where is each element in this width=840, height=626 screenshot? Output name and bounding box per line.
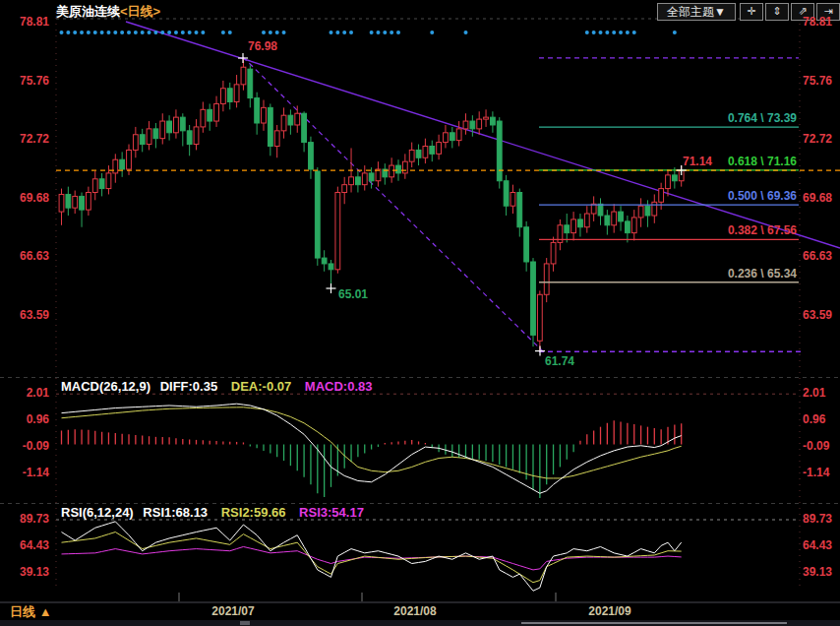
candle xyxy=(113,159,118,173)
frame-layer xyxy=(0,378,840,626)
candle xyxy=(180,117,185,131)
candle xyxy=(255,98,260,123)
price-annotation: 65.01 xyxy=(338,287,368,301)
rsi2-value: RSI2:59.66 xyxy=(221,505,286,520)
price-axis-label-right: 72.72 xyxy=(803,133,840,146)
macd-diff-value: DIFF:0.35 xyxy=(160,379,218,394)
fib-levels-layer xyxy=(539,58,805,351)
period-label: 日线 xyxy=(10,604,35,619)
rsi-title: RSI(6,12,24) xyxy=(61,505,134,520)
macd-dea-value: DEA:-0.07 xyxy=(231,379,291,394)
candle xyxy=(369,173,374,181)
axis-scale-button[interactable]: ⇕ xyxy=(765,3,789,21)
candle xyxy=(309,143,314,169)
theme-dropdown-label: 全部主题 xyxy=(667,5,714,19)
candle xyxy=(491,117,496,125)
scrollbar-marker xyxy=(240,621,250,625)
rsi-axis-label-right: 64.43 xyxy=(803,539,840,552)
candle xyxy=(234,85,239,102)
candle xyxy=(268,107,272,146)
candle xyxy=(99,179,104,189)
rsi-panel-layer xyxy=(62,522,682,591)
candle xyxy=(666,175,671,189)
candle xyxy=(241,67,246,85)
candle xyxy=(174,117,179,133)
rsi-axis-label-right: 39.13 xyxy=(803,566,840,579)
candle xyxy=(423,147,428,158)
candle xyxy=(73,196,78,208)
candle xyxy=(598,204,603,216)
axis-scale-icon: ⇕ xyxy=(772,5,781,17)
candle xyxy=(153,129,158,139)
candle xyxy=(517,192,522,226)
candle xyxy=(652,202,657,216)
pan-tool-icon: ✛ xyxy=(747,5,755,17)
rsi3-value: RSI3:54.17 xyxy=(299,505,364,520)
candle xyxy=(551,242,556,264)
rsi1-value: RSI1:68.13 xyxy=(143,505,208,520)
trading-app-window: 美原油连续<日线> 全部主题▼ ✛ ⇕ ⇗ ⇥ MACD(26,12,9) DI… xyxy=(0,0,840,626)
price-axis-label-right: 69.68 xyxy=(803,192,840,205)
rsi-axis-label-left: 64.43 xyxy=(2,539,49,552)
macd-axis-label-right: 0.96 xyxy=(803,413,840,426)
candle xyxy=(638,206,643,218)
rsi-axis-label-right: 89.73 xyxy=(803,513,840,526)
candle xyxy=(416,150,421,157)
rsi-axis-label-left: 89.73 xyxy=(2,513,49,526)
candle xyxy=(342,185,347,193)
macd-macd-value: MACD:0.83 xyxy=(305,379,373,394)
candle xyxy=(160,121,165,139)
period-selector-button[interactable]: 日线 ▲ xyxy=(10,603,52,621)
candle xyxy=(87,192,91,210)
candle xyxy=(484,117,489,119)
period-tag: <日线> xyxy=(120,4,160,19)
candle xyxy=(356,177,361,185)
candle xyxy=(456,129,461,141)
candle xyxy=(537,294,542,341)
theme-dropdown[interactable]: 全部主题▼ xyxy=(657,3,736,21)
candle xyxy=(302,113,307,142)
candle xyxy=(450,133,454,141)
candle xyxy=(504,181,509,206)
price-axis-label-left: 72.72 xyxy=(2,133,49,146)
price-axis-label-left: 75.76 xyxy=(2,75,49,88)
candle xyxy=(362,173,367,185)
candle xyxy=(208,109,212,121)
candle xyxy=(227,89,232,102)
candle xyxy=(390,165,394,177)
candle xyxy=(80,196,85,210)
price-axis-label-left: 69.68 xyxy=(2,192,49,205)
fib-level-label: 0.500 \ 69.36 xyxy=(582,189,797,203)
candle xyxy=(524,227,529,262)
candle xyxy=(288,115,293,125)
price-axis-label-right: 63.59 xyxy=(803,309,840,322)
price-axis-label-right: 78.81 xyxy=(803,16,840,29)
fib-level-label: 0.382 \ 67.56 xyxy=(582,223,797,237)
candle xyxy=(430,147,435,155)
candle xyxy=(120,159,125,169)
candle xyxy=(281,115,286,131)
candle xyxy=(147,129,151,145)
candle xyxy=(140,135,145,145)
pan-tool-button[interactable]: ✛ xyxy=(740,3,763,21)
period-up-arrow-icon: ▲ xyxy=(39,604,52,619)
candle xyxy=(66,194,71,208)
candle xyxy=(187,131,192,145)
date-axis-label: 2021/09 xyxy=(588,604,630,618)
macd-axis-label-left: 2.01 xyxy=(2,387,49,400)
price-annotation: 71.14 xyxy=(683,155,712,168)
symbol-title: 美原油连续<日线> xyxy=(56,3,160,21)
candle xyxy=(477,119,482,129)
candle xyxy=(59,194,64,212)
candle xyxy=(591,204,596,214)
candle xyxy=(194,127,199,145)
fib-level-label: 0.236 \ 65.34 xyxy=(582,267,797,281)
price-axis-label-right: 66.63 xyxy=(803,250,840,263)
candle xyxy=(201,109,206,127)
candle xyxy=(619,212,624,221)
chart-canvas[interactable] xyxy=(0,0,840,626)
macd-panel-layer xyxy=(62,404,682,498)
macd-axis-label-right: -1.14 xyxy=(803,467,840,479)
candle xyxy=(133,135,138,151)
symbol-name: 美原油连续 xyxy=(56,4,120,19)
